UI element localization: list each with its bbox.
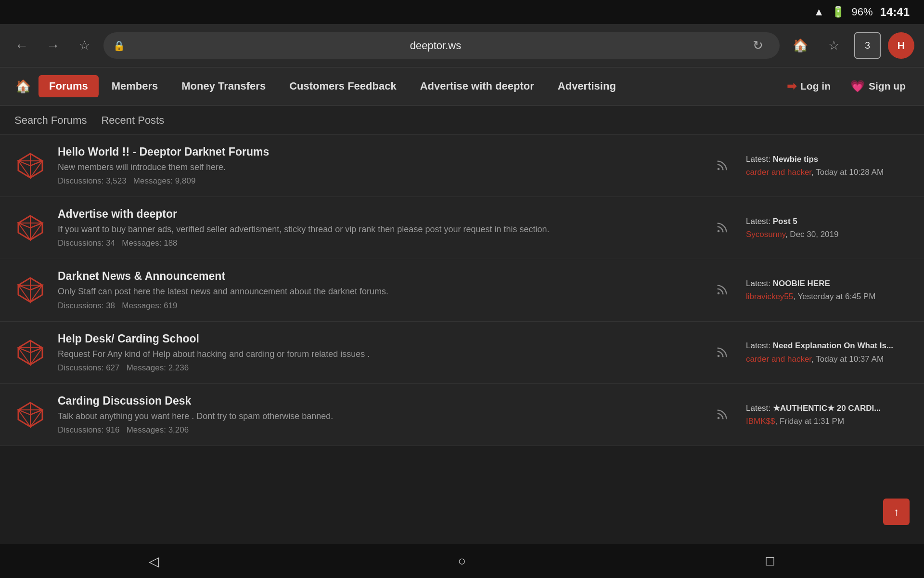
forum-desc: If you want to buy banner ads, verified … xyxy=(58,223,698,236)
rss-icon[interactable] xyxy=(710,283,734,297)
forum-title[interactable]: Hello World !! - Deeptor Darknet Forums xyxy=(58,145,698,158)
forum-title[interactable]: Carding Discussion Desk xyxy=(58,394,698,407)
table-row[interactable]: Advertise with deeptor If you want to bu… xyxy=(0,197,924,259)
forum-stats: Discussions: 3,523 Messages: 9,809 xyxy=(58,176,698,186)
svg-marker-8 xyxy=(18,223,30,240)
time-display: 14:41 xyxy=(880,5,910,19)
forum-stats: Discussions: 627 Messages: 2,236 xyxy=(58,363,698,373)
forum-icon-hello-world xyxy=(14,150,46,182)
nav-item-advertising[interactable]: Advertising xyxy=(547,75,627,97)
android-recents-button[interactable]: □ xyxy=(756,547,784,576)
svg-marker-26 xyxy=(18,410,30,427)
nav-item-members[interactable]: Members xyxy=(101,75,169,97)
table-row[interactable]: Hello World !! - Deeptor Darknet Forums … xyxy=(0,135,924,197)
svg-point-11 xyxy=(718,230,720,233)
battery-icon: 🔋 xyxy=(832,6,845,18)
forum-main-darknet: Darknet News & Announcement Only Staff c… xyxy=(58,270,698,310)
svg-point-29 xyxy=(718,417,720,420)
rss-icon[interactable] xyxy=(710,346,734,359)
nav-home-icon[interactable]: 🏠 xyxy=(10,73,36,100)
forum-latest: Latest: Newbie tips carder and hacker, T… xyxy=(746,153,910,179)
subnav-search-forums[interactable]: Search Forums xyxy=(14,114,87,127)
nav-item-customers-feedback[interactable]: Customers Feedback xyxy=(279,75,407,97)
forum-icon-advertise xyxy=(14,212,46,244)
subnav-recent-posts[interactable]: Recent Posts xyxy=(101,114,164,127)
forum-subnav: Search Forums Recent Posts xyxy=(0,106,924,135)
forum-desc: Request For Any kind of Help about hacki… xyxy=(58,348,698,360)
svg-marker-9 xyxy=(30,223,42,240)
rss-icon[interactable] xyxy=(710,159,734,172)
forum-title[interactable]: Advertise with deeptor xyxy=(58,208,698,221)
lock-icon: 🔒 xyxy=(113,40,125,52)
star-browser-button[interactable]: ☆ xyxy=(821,32,847,59)
signup-button[interactable]: 💗 Sign up xyxy=(842,75,914,98)
forum-main-carding: Carding Discussion Desk Talk about anyth… xyxy=(58,394,698,435)
forum-icon-carding xyxy=(14,399,46,430)
svg-point-5 xyxy=(718,168,720,171)
reload-button[interactable]: ↻ xyxy=(746,34,770,58)
forum-stats: Discussions: 916 Messages: 3,206 xyxy=(58,425,698,435)
back-button[interactable]: ← xyxy=(10,34,34,58)
rss-icon[interactable] xyxy=(710,221,734,235)
svg-marker-14 xyxy=(18,285,30,302)
forum-desc: Talk about anything you want here . Dont… xyxy=(58,410,698,422)
tab-count-button[interactable]: 3 xyxy=(854,32,881,59)
forum-icon-darknet xyxy=(14,275,46,306)
forum-latest: Latest: ★AUTHENTIC★ 20 CARDI... IBMK$$, … xyxy=(746,402,910,428)
forum-title[interactable]: Darknet News & Announcement xyxy=(58,270,698,283)
android-home-button[interactable]: ○ xyxy=(448,547,476,576)
svg-marker-3 xyxy=(30,161,42,178)
table-row[interactable]: Help Desk/ Carding School Request For An… xyxy=(0,322,924,384)
browser-chrome: ← → ☆ 🔒 deeptor.ws ↻ 🏠 ☆ 3 H xyxy=(0,24,924,67)
forum-list: Hello World !! - Deeptor Darknet Forums … xyxy=(0,135,924,544)
home-browser-button[interactable]: 🏠 xyxy=(787,32,813,59)
forum-stats: Discussions: 34 Messages: 188 xyxy=(58,238,698,248)
svg-point-23 xyxy=(718,355,720,357)
svg-marker-21 xyxy=(30,348,42,365)
login-button[interactable]: ➡ Log in xyxy=(778,75,839,98)
forum-latest: Latest: Post 5 Sycosunny, Dec 30, 2019 xyxy=(746,215,910,241)
address-bar[interactable]: 🔒 deeptor.ws ↻ xyxy=(103,32,780,59)
forum-main-advertise: Advertise with deeptor If you want to bu… xyxy=(58,208,698,248)
svg-marker-27 xyxy=(30,410,42,427)
nav-item-forums[interactable]: Forums xyxy=(38,75,99,97)
forum-latest: Latest: Need Explanation On What Is... c… xyxy=(746,339,910,365)
forum-desc: Only Staff can post here the latest news… xyxy=(58,286,698,298)
svg-point-17 xyxy=(718,292,720,295)
forum-stats: Discussions: 38 Messages: 619 xyxy=(58,301,698,311)
forward-button[interactable]: → xyxy=(41,34,65,58)
nav-bar: 🏠 Forums Members Money Transfers Custome… xyxy=(0,67,924,106)
forum-latest: Latest: NOOBIE HERE libravickey55, Yeste… xyxy=(746,277,910,303)
menu-avatar[interactable]: H xyxy=(888,32,914,59)
table-row[interactable]: Darknet News & Announcement Only Staff c… xyxy=(0,259,924,321)
wifi-icon: ▲ xyxy=(814,6,824,18)
android-nav-bar: ◁ ○ □ xyxy=(0,544,924,578)
signup-icon: 💗 xyxy=(850,79,865,93)
scroll-top-button[interactable]: ↑ xyxy=(883,499,910,525)
forum-main-helpdesk: Help Desk/ Carding School Request For An… xyxy=(58,332,698,373)
svg-marker-15 xyxy=(30,285,42,302)
nav-item-advertise[interactable]: Advertise with deeptor xyxy=(410,75,545,97)
nav-item-money-transfers[interactable]: Money Transfers xyxy=(171,75,276,97)
table-row[interactable]: Carding Discussion Desk Talk about anyth… xyxy=(0,384,924,446)
forum-desc: New members will introduce them self her… xyxy=(58,161,698,173)
svg-marker-20 xyxy=(18,348,30,365)
rss-icon[interactable] xyxy=(710,408,734,421)
status-bar: ▲ 🔋 96% 14:41 xyxy=(0,0,924,24)
android-back-button[interactable]: ◁ xyxy=(140,547,168,576)
forum-title[interactable]: Help Desk/ Carding School xyxy=(58,332,698,345)
url-display: deeptor.ws xyxy=(130,39,741,52)
bookmark-icon[interactable]: ☆ xyxy=(72,34,96,58)
forum-main-hello-world: Hello World !! - Deeptor Darknet Forums … xyxy=(58,145,698,186)
svg-marker-2 xyxy=(18,161,30,178)
forum-icon-helpdesk xyxy=(14,337,46,368)
battery-percent: 96% xyxy=(852,6,873,18)
login-icon: ➡ xyxy=(787,79,796,93)
